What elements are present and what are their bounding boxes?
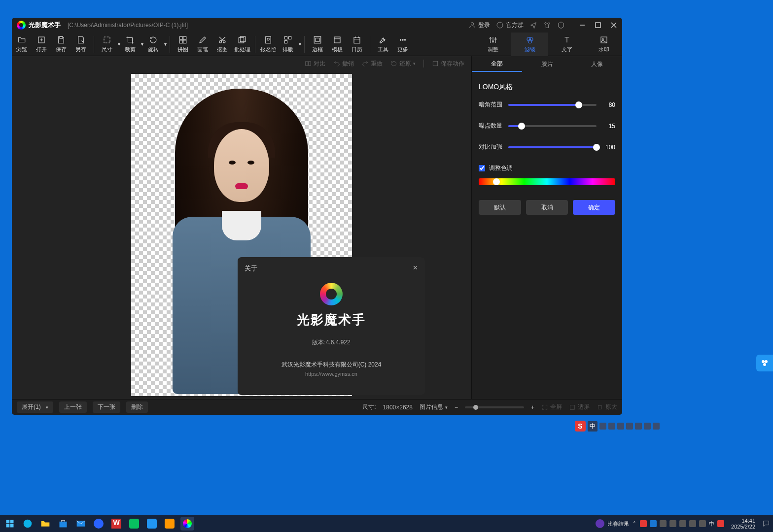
contrast-slider[interactable] — [508, 146, 597, 148]
sb-delete[interactable]: 删除 — [126, 401, 148, 413]
tb-store[interactable] — [56, 517, 70, 531]
btn-default[interactable]: 默认 — [479, 200, 521, 215]
hex-icon[interactable] — [557, 21, 565, 29]
tb-batch[interactable]: 批处理 — [232, 33, 252, 56]
tb-more[interactable]: 更多 — [393, 33, 413, 56]
tb-explorer[interactable] — [38, 517, 52, 531]
side-float-button[interactable] — [756, 355, 773, 371]
tb-collage[interactable]: 拼图 — [173, 33, 193, 56]
ctb-undo[interactable]: 撤销 — [333, 60, 354, 68]
tb-start[interactable] — [3, 517, 17, 531]
group-button[interactable]: 官方群 — [496, 21, 524, 30]
tb-pen[interactable]: 画笔 — [193, 33, 212, 56]
ctb-compare[interactable]: 对比 — [305, 60, 325, 68]
tb-app-current[interactable] — [180, 517, 194, 531]
tb-app1[interactable] — [92, 517, 105, 531]
tb-size[interactable]: 尺寸 — [97, 33, 117, 56]
ptab-all[interactable]: 全部 — [472, 56, 522, 72]
tb-idphoto[interactable]: 报名照 — [258, 33, 278, 56]
tb-cutout[interactable]: 抠图 — [212, 33, 232, 56]
panel-title: LOMO风格 — [479, 83, 615, 92]
ime-i5[interactable] — [635, 423, 642, 430]
tb-mail[interactable] — [74, 517, 88, 531]
tb-tools[interactable]: 工具 — [373, 33, 393, 56]
tray-icon-8[interactable] — [717, 520, 724, 527]
tray-icon-5[interactable] — [679, 520, 686, 527]
tray-ime[interactable]: 中 — [709, 520, 714, 527]
maximize-button[interactable] — [595, 22, 601, 29]
shirt-icon[interactable] — [543, 21, 551, 29]
ime-i3[interactable] — [617, 423, 624, 430]
tray-icon-7[interactable] — [699, 520, 706, 527]
svg-rect-7 — [60, 36, 63, 38]
tb-match[interactable]: 比赛结果 — [596, 519, 629, 528]
about-close-button[interactable]: ✕ — [413, 264, 418, 273]
hue-slider[interactable] — [479, 178, 615, 185]
hue-checkbox[interactable] — [479, 165, 485, 171]
tb-crop[interactable]: 裁剪 — [120, 33, 140, 56]
sb-next[interactable]: 下一张 — [93, 401, 120, 413]
tb-app3[interactable] — [145, 517, 159, 531]
ime-i7[interactable] — [653, 423, 660, 430]
svg-point-52 — [765, 360, 768, 363]
noise-slider[interactable] — [508, 125, 597, 127]
tb-size-dd[interactable]: ▾ — [117, 33, 120, 56]
sb-info[interactable]: 图片信息▾ — [420, 403, 448, 411]
zoom-in[interactable]: + — [531, 404, 534, 411]
btn-cancel[interactable]: 取消 — [526, 200, 568, 215]
vignette-slider[interactable] — [508, 104, 597, 106]
sb-expand[interactable]: 展开(1)▾ — [17, 401, 53, 413]
rtab-text[interactable]: 文字 — [548, 33, 585, 56]
login-button[interactable]: 登录 — [468, 21, 490, 30]
taskbar-clock[interactable]: 14:41 2025/2/22 — [731, 518, 755, 530]
sb-prev[interactable]: 上一张 — [59, 401, 87, 413]
sb-orig[interactable]: 原大 — [597, 403, 617, 411]
zoom-out[interactable]: − — [455, 404, 458, 411]
ctb-reset[interactable]: 还原▾ — [390, 60, 416, 68]
tb-wechat[interactable] — [127, 517, 141, 531]
tb-border[interactable]: 边框 — [308, 33, 327, 56]
svg-point-51 — [762, 360, 765, 363]
minimize-button[interactable] — [579, 22, 586, 29]
ime-i4[interactable] — [626, 423, 633, 430]
ptab-film[interactable]: 胶片 — [522, 56, 572, 72]
sb-fullscreen[interactable]: 全屏 — [541, 403, 562, 411]
tb-rotate-dd[interactable]: ▾ — [163, 33, 167, 56]
tb-open[interactable]: 打开 — [32, 33, 51, 56]
close-button[interactable] — [610, 22, 617, 29]
zoom-slider[interactable] — [465, 406, 524, 408]
notification-icon[interactable] — [762, 520, 770, 528]
tb-app2[interactable]: W — [109, 517, 123, 531]
tb-crop-dd[interactable]: ▾ — [140, 33, 143, 56]
tb-rotate[interactable]: 旋转 — [143, 33, 163, 56]
ctb-saveaction[interactable]: 保存动作 — [432, 60, 464, 68]
tb-edge[interactable] — [21, 517, 35, 531]
tray-icon-3[interactable] — [660, 520, 667, 527]
ime-lang[interactable]: 中 — [588, 421, 597, 432]
tray-chevron[interactable]: ˄ — [633, 521, 636, 527]
btn-ok[interactable]: 确定 — [573, 200, 615, 215]
ptab-portrait[interactable]: 人像 — [572, 56, 622, 72]
tray-icon-1[interactable] — [640, 520, 647, 527]
rtab-adjust[interactable]: 调整 — [474, 33, 511, 56]
tb-save[interactable]: 保存 — [51, 33, 71, 56]
tb-calendar[interactable]: 日历 — [347, 33, 367, 56]
ime-i1[interactable] — [599, 423, 606, 430]
tb-saveas[interactable]: 另存 — [71, 33, 91, 56]
share-icon[interactable] — [529, 21, 537, 29]
tb-browse[interactable]: 浏览 — [12, 33, 32, 56]
ime-i2[interactable] — [608, 423, 615, 430]
tb-template[interactable]: 模板 — [327, 33, 347, 56]
sb-fit[interactable]: 适屏 — [569, 403, 590, 411]
tb-app4[interactable] — [163, 517, 176, 531]
tray-icon-4[interactable] — [669, 520, 676, 527]
tray-icon-6[interactable] — [689, 520, 696, 527]
tb-layout-dd[interactable]: ▾ — [298, 33, 301, 56]
tb-layout[interactable]: 排版 — [278, 33, 298, 56]
ime-float[interactable]: S 中 — [575, 420, 660, 432]
rtab-filter[interactable]: 滤镜 — [511, 33, 548, 56]
tray-icon-2[interactable] — [650, 520, 657, 527]
ime-i6[interactable] — [644, 423, 651, 430]
ctb-redo[interactable]: 重做 — [362, 60, 383, 68]
rtab-watermark[interactable]: 水印 — [585, 33, 622, 56]
